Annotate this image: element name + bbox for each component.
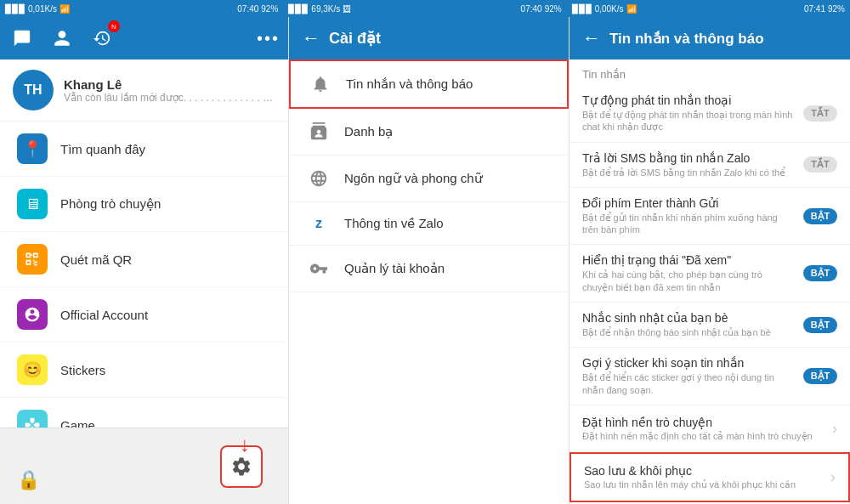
settings-item-label-messages: Tin nhắn và thông báo <box>346 76 473 92</box>
gallery-icon: 🖼 <box>343 4 351 14</box>
toggle-enter-send-sub: Bật để gửi tin nhắn khi nhấn phím xuống … <box>582 212 795 236</box>
nav-backup-sub: Sao lưu tin nhắn lên máy chủ và khôi phụ… <box>584 479 830 490</box>
toggle-reply-sms[interactable]: Trả lời SMS bằng tin nhắn Zalo Bật để tr… <box>570 143 850 188</box>
sidebar-item-find-nearby[interactable]: 📍 Tìm quanh đây <box>0 122 288 177</box>
toggle-enter-send-btn[interactable]: BẬT <box>803 208 837 224</box>
toggle-auto-voice[interactable]: Tự động phát tin nhắn thoại Bật để tự độ… <box>570 85 850 143</box>
settings-item-label-account: Quản lý tài khoản <box>344 261 445 276</box>
toggle-sticker-suggest[interactable]: Gợi ý sticker khi soạn tin nhắn Bật để h… <box>570 348 850 405</box>
lock-icon[interactable]: 🔒 <box>17 469 40 491</box>
zalo-icon: z <box>306 216 332 231</box>
notification-badge: N <box>108 20 120 32</box>
sidebar-item-game[interactable]: Game <box>0 398 288 428</box>
right-header: ← Tin nhắn và thông báo <box>570 17 850 59</box>
user-profile[interactable]: TH Khang Lê Vẫn còn lâu lắm mới được. . … <box>0 59 288 122</box>
nav-wallpaper-sub: Đặt hình nền mặc định cho tất cả màn hìn… <box>582 431 832 442</box>
history-tab[interactable]: N <box>88 25 116 52</box>
user-info: Khang Lê Vẫn còn lâu lắm mới được. . . .… <box>64 77 275 104</box>
toggle-auto-voice-btn[interactable]: TẮT <box>803 105 837 122</box>
user-status: Vẫn còn lâu lắm mới được. . . . . . . . … <box>64 92 275 104</box>
toggle-birthday[interactable]: Nhắc sinh nhật của bạn bè Bật để nhận th… <box>570 303 850 348</box>
sidebar-menu: 📍 Tìm quanh đây 🖥 Phòng trò chuyện Quét … <box>0 122 288 428</box>
status-bar-1-right: 07:40 92% <box>237 4 278 14</box>
status-bars: ▉▉▉ 0,01K/s 📶 07:40 92% ▉▉▉ 69,3K/s 🖼 07… <box>0 0 850 17</box>
settings-list: Tin nhắn và thông báo Danh bạ Ngôn ngữ v… <box>289 59 569 504</box>
battery-2: 92% <box>545 4 562 14</box>
status-bar-1: ▉▉▉ 0,01K/s 📶 07:40 92% <box>0 0 283 17</box>
account-key-icon <box>306 259 332 278</box>
settings-item-zalo-info[interactable]: z Thông tin về Zalo <box>289 202 569 246</box>
sidebar-item-qr-code[interactable]: Quét mã QR <box>0 232 288 287</box>
sidebar-item-label-find-nearby: Tìm quanh đây <box>60 142 145 156</box>
speed-2: 69,3K/s <box>311 4 340 14</box>
toggle-birthday-btn[interactable]: BẬT <box>803 317 837 333</box>
right-panel: ← Tin nhắn và thông báo Tin nhắn Tự động… <box>570 17 850 504</box>
toggle-reply-sms-main: Trả lời SMS bằng tin nhắn Zalo <box>582 151 795 165</box>
settings-item-messages[interactable]: Tin nhắn và thông báo <box>289 59 569 109</box>
toggle-seen-status-main: Hiển thị trạng thái "Đã xem" <box>582 253 795 267</box>
stickers-icon: 😊 <box>17 354 48 385</box>
toggle-seen-status-btn[interactable]: BẬT <box>803 265 837 281</box>
chat-tab-icon[interactable] <box>8 25 36 52</box>
sidebar-item-chat-room[interactable]: 🖥 Phòng trò chuyện <box>0 177 288 232</box>
toggle-birthday-sub: Bật để nhận thông báo sinh nhật của bạn … <box>582 326 795 338</box>
time-1: 07:40 <box>237 4 258 14</box>
back-arrow-right[interactable]: ← <box>582 27 601 49</box>
sidebar-item-label-qr: Quét mã QR <box>60 252 132 267</box>
status-bar-2-right: 07:40 92% <box>521 4 562 14</box>
right-panel-title: Tin nhắn và thông báo <box>609 30 764 48</box>
sidebar-item-label-official-account: Official Account <box>60 308 148 322</box>
sidebar-item-label-chat-room: Phòng trò chuyện <box>60 196 161 212</box>
settings-item-label-contacts: Danh bạ <box>344 124 393 139</box>
section-title-messages: Tin nhắn <box>570 59 850 85</box>
sidebar-item-label-game: Game <box>60 418 95 428</box>
toggle-reply-sms-btn[interactable]: TẮT <box>803 156 837 173</box>
time-3: 07:41 <box>804 4 825 14</box>
language-icon <box>306 169 332 188</box>
toggle-sticker-main: Gợi ý sticker khi soạn tin nhắn <box>582 356 795 370</box>
toggle-seen-status-sub: Khi cả hai cùng bật, cho phép bạn cùng t… <box>582 269 795 293</box>
status-bar-3: ▉▉▉ 0,00K/s 📶 07:41 92% <box>567 0 850 17</box>
settings-item-account-mgmt[interactable]: Quản lý tài khoản <box>289 246 569 292</box>
time-2: 07:40 <box>521 4 542 14</box>
status-bar-2: ▉▉▉ 69,3K/s 🖼 07:40 92% <box>283 0 566 17</box>
chevron-right-backup-icon: › <box>830 468 836 486</box>
arrow-down-icon: ↓ <box>240 433 250 456</box>
sidebar-item-official-account[interactable]: Official Account <box>0 287 288 343</box>
back-arrow-middle[interactable]: ← <box>302 27 320 49</box>
middle-panel: ← Cài đặt Tin nhắn và thông báo Danh bạ <box>289 17 570 504</box>
speed-1: 0,01K/s <box>28 4 57 14</box>
sidebar-item-stickers[interactable]: 😊 Stickers <box>0 343 288 398</box>
sidebar-bottom: 🔒 ↓ <box>0 428 288 504</box>
settings-item-language[interactable]: Ngôn ngữ và phong chữ <box>289 156 569 202</box>
nav-item-backup[interactable]: Sao lưu & khôi phục Sao lưu tin nhắn lên… <box>570 452 850 502</box>
toggle-sticker-sub: Bật để hiển các sticker gợi ý theo nội d… <box>582 371 795 396</box>
right-content: Tin nhắn Tự động phát tin nhắn thoại Bật… <box>570 59 850 504</box>
middle-header: ← Cài đặt <box>289 17 569 59</box>
toggle-seen-status[interactable]: Hiển thị trạng thái "Đã xem" Khi cả hai … <box>570 245 850 303</box>
toggle-auto-voice-sub: Bật để tự động phát tin nhắn thoại trong… <box>582 109 795 133</box>
signal-icon-3: ▉▉▉ <box>572 4 592 14</box>
game-icon <box>17 410 48 428</box>
find-nearby-icon: 📍 <box>17 133 48 164</box>
speed-3: 0,00K/s <box>595 4 624 14</box>
qr-code-icon <box>17 244 48 275</box>
status-bar-3-right: 07:41 92% <box>804 4 845 14</box>
profile-tab-icon[interactable] <box>48 25 76 52</box>
nav-wallpaper-main: Đặt hình nền trò chuyện <box>582 416 832 429</box>
settings-item-contacts[interactable]: Danh bạ <box>289 109 569 156</box>
nav-backup-main: Sao lưu & khôi phục <box>584 464 830 478</box>
chat-room-icon: 🖥 <box>17 189 48 219</box>
middle-panel-title: Cài đặt <box>329 29 381 48</box>
status-bar-2-left: ▉▉▉ 69,3K/s 🖼 <box>288 4 351 14</box>
settings-item-label-language: Ngôn ngữ và phong chữ <box>344 171 483 186</box>
left-header: N ••• <box>0 17 288 59</box>
wifi-icon-1: 📶 <box>60 4 70 14</box>
chevron-right-icon: › <box>832 420 837 438</box>
more-options-icon[interactable]: ••• <box>257 29 280 48</box>
nav-item-wallpaper[interactable]: Đặt hình nền trò chuyện Đặt hình nền mặc… <box>570 405 850 452</box>
toggle-enter-send[interactable]: Đổi phím Enter thành Gửi Bật để gửi tin … <box>570 188 850 246</box>
toggle-sticker-btn[interactable]: BẬT <box>803 368 837 384</box>
sidebar-item-label-stickers: Stickers <box>60 363 105 377</box>
battery-3: 92% <box>828 4 845 14</box>
